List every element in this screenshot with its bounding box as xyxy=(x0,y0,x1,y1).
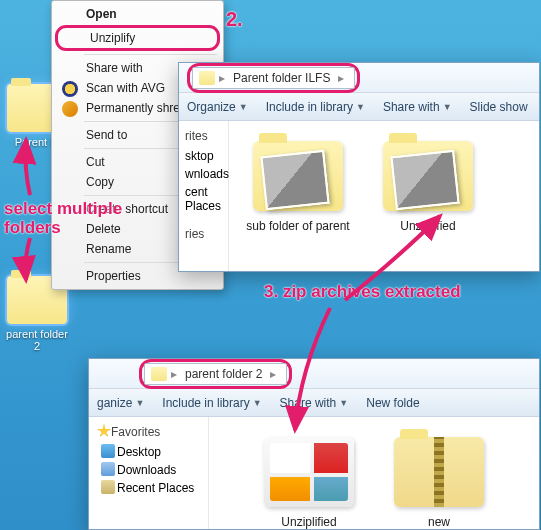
nav-desktop[interactable]: Desktop xyxy=(89,443,208,461)
breadcrumb[interactable]: ▸ parent folder 2 ▸ xyxy=(144,363,287,385)
menu-item-open[interactable]: Open xyxy=(54,4,221,24)
chevron-right-icon: ▸ xyxy=(266,367,280,381)
chevron-right-icon: ▸ xyxy=(167,367,181,381)
breadcrumb-highlight: ▸ parent folder 2 ▸ xyxy=(139,359,292,389)
explorer-window-2: ▸ parent folder 2 ▸ ganize▼ Include in l… xyxy=(88,358,540,530)
menu-item-unziplify[interactable]: Unziplify xyxy=(55,25,220,51)
zip-icon xyxy=(394,437,484,507)
annotation-step-2: 2. xyxy=(226,8,243,30)
avg-icon xyxy=(62,81,78,97)
chevron-down-icon: ▼ xyxy=(443,102,452,112)
nav-libraries[interactable]: ries xyxy=(179,225,228,245)
chevron-down-icon: ▼ xyxy=(135,398,144,408)
cmd-slide-show[interactable]: Slide show xyxy=(470,100,528,114)
star-icon xyxy=(97,424,111,438)
annotation-select-multiple: select multiple folders xyxy=(4,200,124,237)
cmd-include-library[interactable]: Include in library▼ xyxy=(266,100,365,114)
nav-favorites[interactable]: rites xyxy=(179,127,228,147)
folder-item-label: Unziplified xyxy=(373,219,483,233)
command-bar: Organize▼ Include in library▼ Share with… xyxy=(179,93,539,121)
folder-item[interactable]: sub folder of parent xyxy=(243,141,353,251)
folder-item-unziplified[interactable]: Unziplified xyxy=(254,437,364,509)
breadcrumb[interactable]: ▸ Parent folder ILFS ▸ xyxy=(192,67,355,89)
folder-thumbnail-icon xyxy=(264,437,354,507)
folder-label: parent folder 2 xyxy=(2,328,72,352)
nav-favorites[interactable]: Favorites xyxy=(89,423,208,443)
folder-icon xyxy=(199,71,215,85)
folder-item-unziplified[interactable]: Unziplified xyxy=(373,141,483,251)
address-bar: ▸ Parent folder ILFS ▸ xyxy=(179,63,539,93)
folder-item-label: sub folder of parent xyxy=(243,219,353,233)
cmd-organize[interactable]: Organize▼ xyxy=(187,100,248,114)
chevron-down-icon: ▼ xyxy=(253,398,262,408)
desktop-icon xyxy=(101,444,115,458)
folder-icon xyxy=(151,367,167,381)
cmd-new-folder[interactable]: New folde xyxy=(366,396,419,410)
recent-places-icon xyxy=(101,480,115,494)
folder-content[interactable]: Unziplified new xyxy=(209,417,539,529)
folder-item-label: new xyxy=(384,515,494,529)
folder-item-label: Unziplified xyxy=(254,515,364,529)
nav-downloads[interactable]: wnloads xyxy=(179,165,228,183)
annotation-step-3: 3. zip archives extracted xyxy=(264,283,461,302)
nav-desktop[interactable]: sktop xyxy=(179,147,228,165)
explorer-window-1: ▸ Parent folder ILFS ▸ Organize▼ Include… xyxy=(178,62,540,272)
address-bar: ▸ parent folder 2 ▸ xyxy=(89,359,539,389)
cmd-include-library[interactable]: Include in library▼ xyxy=(162,396,261,410)
chevron-down-icon: ▼ xyxy=(339,398,348,408)
nav-pane: Favorites Desktop Downloads Recent Place… xyxy=(89,417,209,529)
folder-thumbnail-icon xyxy=(383,141,473,211)
shred-icon xyxy=(62,101,78,117)
nav-recent-places[interactable]: Recent Places xyxy=(89,479,208,497)
separator xyxy=(84,54,217,55)
chevron-right-icon: ▸ xyxy=(215,71,229,85)
nav-recent-places[interactable]: cent Places xyxy=(179,183,228,215)
chevron-down-icon: ▼ xyxy=(356,102,365,112)
downloads-icon xyxy=(101,462,115,476)
folder-thumbnail-icon xyxy=(253,141,343,211)
breadcrumb-label: parent folder 2 xyxy=(181,367,266,381)
cmd-share-with[interactable]: Share with▼ xyxy=(280,396,349,410)
breadcrumb-highlight: ▸ Parent folder ILFS ▸ xyxy=(187,63,360,93)
nav-downloads[interactable]: Downloads xyxy=(89,461,208,479)
breadcrumb-label: Parent folder ILFS xyxy=(229,71,334,85)
cmd-share-with[interactable]: Share with▼ xyxy=(383,100,452,114)
command-bar: ganize▼ Include in library▼ Share with▼ … xyxy=(89,389,539,417)
chevron-down-icon: ▼ xyxy=(239,102,248,112)
folder-item-zip[interactable]: new xyxy=(384,437,494,509)
cmd-organize[interactable]: ganize▼ xyxy=(97,396,144,410)
nav-pane: rites sktop wnloads cent Places ries xyxy=(179,121,229,271)
annotation-arrow xyxy=(26,140,31,195)
folder-content[interactable]: sub folder of parent Unziplified xyxy=(229,121,539,271)
chevron-right-icon: ▸ xyxy=(334,71,348,85)
